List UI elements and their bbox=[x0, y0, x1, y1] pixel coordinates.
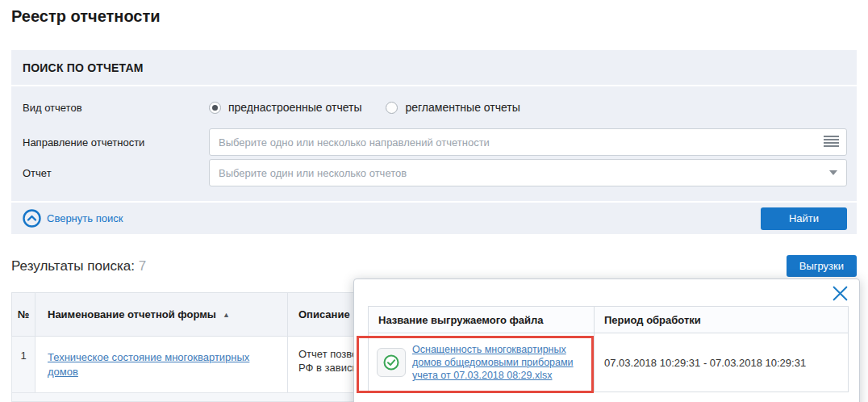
radio-preconfigured-reports[interactable]: преднастроенные отчеты bbox=[209, 101, 361, 114]
report-input-wrap bbox=[209, 159, 847, 186]
results-count: Результаты поиска: 7 bbox=[11, 258, 146, 274]
results-label: Результаты поиска: bbox=[11, 258, 135, 274]
radio-label: регламентные отчеты bbox=[405, 101, 520, 114]
column-header-num: № bbox=[12, 293, 35, 336]
direction-label: Направление отчетности bbox=[23, 136, 209, 149]
download-row: Оснащенность многоквартирных домов общед… bbox=[368, 333, 849, 392]
downloads-table: Название выгружаемого файла Период обраб… bbox=[368, 306, 849, 392]
results-count-value: 7 bbox=[139, 258, 146, 274]
chevron-up-circle-icon bbox=[23, 209, 41, 228]
row-name-cell: Техническое состояние многоквартирных до… bbox=[35, 337, 288, 392]
row-number-cell: 1 bbox=[12, 337, 35, 392]
column-header-file-name: Название выгружаемого файла bbox=[369, 307, 595, 333]
report-type-label: Вид отчетов bbox=[23, 102, 209, 114]
find-button[interactable]: Найти bbox=[761, 207, 847, 230]
report-type-radio-group: преднастроенные отчеты регламентные отче… bbox=[209, 101, 520, 114]
report-label: Отчет bbox=[23, 167, 209, 179]
search-panel-title: ПОИСК ПО ОТЧЕТАМ bbox=[11, 50, 857, 86]
search-form: Вид отчетов преднастроенные отчеты регла… bbox=[11, 86, 857, 186]
column-header-name[interactable]: Наименование отчетной формы ▲ bbox=[35, 293, 288, 336]
results-header: Результаты поиска: 7 Выгрузки bbox=[11, 255, 857, 277]
radio-selected-icon[interactable] bbox=[209, 102, 221, 114]
downloads-button[interactable]: Выгрузки bbox=[787, 255, 857, 277]
downloads-header-row: Название выгружаемого файла Период обраб… bbox=[368, 306, 849, 333]
column-header-name-label: Наименование отчетной формы bbox=[48, 308, 216, 320]
close-icon[interactable] bbox=[830, 283, 850, 304]
page-title: Реестр отчетности bbox=[11, 7, 161, 26]
list-select-icon[interactable] bbox=[824, 136, 839, 147]
report-form-link[interactable]: Техническое состояние многоквартирных до… bbox=[48, 351, 249, 378]
direction-input-wrap bbox=[209, 128, 847, 156]
radio-regulated-reports[interactable]: регламентные отчеты bbox=[386, 101, 520, 114]
downloads-popup: Название выгружаемого файла Период обраб… bbox=[353, 278, 860, 402]
download-file-cell: Оснащенность многоквартирных домов общед… bbox=[369, 333, 595, 392]
search-panel: ПОИСК ПО ОТЧЕТАМ Вид отчетов преднастрое… bbox=[11, 50, 857, 234]
collapse-search-label: Свернуть поиск bbox=[47, 212, 123, 224]
download-period-cell: 07.03.2018 10:29:31 - 07.03.2018 10:29:3… bbox=[595, 333, 848, 392]
report-row: Отчет bbox=[23, 159, 847, 186]
report-input[interactable] bbox=[209, 159, 847, 186]
direction-input[interactable] bbox=[209, 128, 847, 156]
page: Реестр отчетности ПОИСК ПО ОТЧЕТАМ Вид о… bbox=[0, 0, 868, 402]
collapse-search-link[interactable]: Свернуть поиск bbox=[23, 209, 123, 228]
direction-row: Направление отчетности bbox=[23, 128, 847, 156]
radio-label: преднастроенные отчеты bbox=[228, 101, 361, 114]
column-header-period: Период обработки bbox=[595, 307, 848, 333]
download-file-link[interactable]: Оснащенность многоквартирных домов общед… bbox=[412, 343, 594, 382]
sort-asc-icon[interactable]: ▲ bbox=[223, 311, 230, 319]
success-check-icon bbox=[377, 348, 406, 377]
chevron-down-icon[interactable] bbox=[829, 170, 837, 175]
search-panel-footer: Свернуть поиск Найти bbox=[11, 201, 857, 234]
radio-unselected-icon[interactable] bbox=[386, 102, 398, 114]
report-type-row: Вид отчетов преднастроенные отчеты регла… bbox=[23, 96, 847, 119]
